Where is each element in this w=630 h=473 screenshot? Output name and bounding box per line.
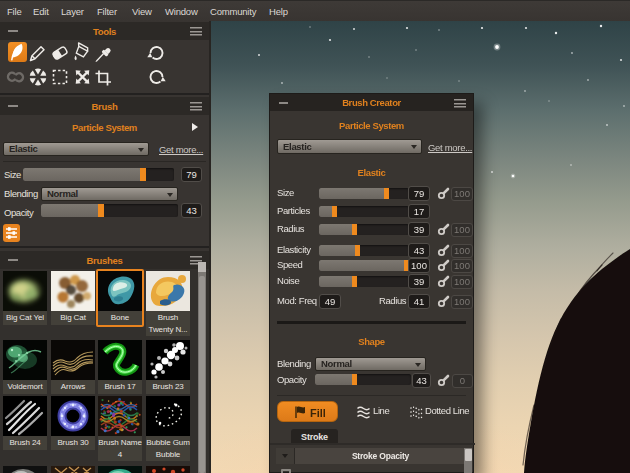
svg-text:Fill: Fill xyxy=(310,407,326,419)
